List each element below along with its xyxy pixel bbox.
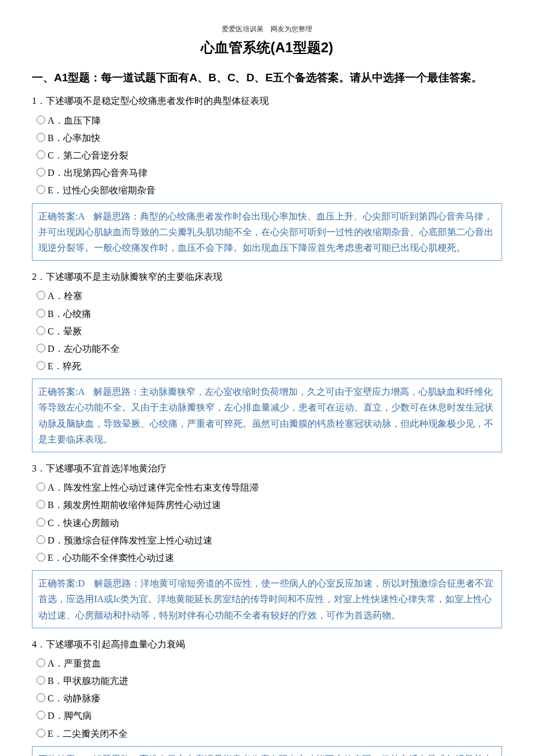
option-label: B．心率加快: [48, 130, 100, 146]
option-label: E．过性心尖部收缩期杂音: [48, 182, 156, 198]
radio-icon: [37, 693, 45, 702]
question-stem: 1．下述哪项不是稳定型心绞痛患者发作时的典型体征表现: [32, 93, 502, 109]
option-c[interactable]: C．快速心房颤动: [37, 515, 502, 531]
option-a[interactable]: A．严重贫血: [37, 656, 502, 671]
radio-icon: [37, 535, 45, 544]
answer-explanation: 正确答案:D 解题思路：洋地黄可缩短旁道的不应性，使一些病人的心室反应加速，所以…: [32, 570, 502, 628]
radio-icon: [37, 344, 45, 352]
option-d[interactable]: D．脚气病: [37, 708, 502, 723]
option-d[interactable]: D．出现第四心音奔马律: [37, 165, 502, 181]
option-b[interactable]: B．甲状腺功能亢进: [37, 673, 502, 689]
option-e[interactable]: E．心功能不全伴窦性心动过速: [37, 550, 502, 566]
option-label: E．二尖瓣关闭不全: [48, 726, 128, 741]
radio-icon: [37, 291, 45, 300]
option-label: B．甲状腺功能亢进: [48, 673, 128, 689]
radio-icon: [37, 309, 45, 318]
answer-explanation: 正确答案:E 解题思路：高排血量心力衰竭是指患者临床出现有心功能不全的表现，但其…: [32, 746, 502, 756]
option-a[interactable]: A．阵发性室上性心动过速伴完全性右束支传导阻滞: [37, 480, 502, 495]
option-label: C．快速心房颤动: [48, 515, 119, 531]
option-d[interactable]: D．预激综合征伴阵发性室上性心动过速: [37, 532, 502, 548]
radio-icon: [37, 150, 45, 159]
radio-icon: [37, 658, 45, 667]
option-c[interactable]: C．第二心音逆分裂: [37, 147, 502, 163]
radio-icon: [37, 116, 45, 124]
option-label: A．阵发性室上性心动过速伴完全性右束支传导阻滞: [48, 480, 259, 495]
option-label: D．左心功能不全: [48, 341, 120, 357]
question-stem: 3．下述哪项不宜首选洋地黄治疗: [32, 460, 502, 476]
option-label: B．频发房性期前收缩伴短阵房性心动过速: [48, 497, 221, 513]
option-label: E．猝死: [48, 358, 81, 374]
option-a[interactable]: A．血压下降: [37, 113, 502, 128]
option-label: C．晕厥: [48, 323, 82, 339]
radio-icon: [37, 133, 45, 142]
radio-icon: [37, 711, 45, 719]
answer-explanation: 正确答案:A 解题思路：典型的心绞痛患者发作时会出现心率加快、血压上升、心尖部可…: [32, 203, 502, 261]
option-label: D．脚气病: [48, 708, 92, 723]
radio-icon: [37, 729, 45, 737]
option-label: D．出现第四心音奔马律: [48, 165, 147, 181]
option-e[interactable]: E．猝死: [37, 358, 502, 374]
option-c[interactable]: C．动静脉瘘: [37, 690, 502, 706]
option-label: C．第二心音逆分裂: [48, 147, 128, 163]
option-e[interactable]: E．过性心尖部收缩期杂音: [37, 182, 502, 198]
header-top-note: 爱爱医培训果 网友为您整理: [32, 23, 502, 35]
radio-icon: [37, 500, 45, 509]
radio-icon: [37, 326, 45, 335]
radio-icon: [37, 168, 45, 177]
option-label: A．血压下降: [48, 113, 101, 128]
option-label: E．心功能不全伴窦性心动过速: [48, 550, 174, 566]
option-label: A．栓塞: [48, 288, 82, 304]
main-title: 心血管系统(A1型题2): [32, 36, 502, 60]
option-d[interactable]: D．左心功能不全: [37, 341, 502, 357]
radio-icon: [37, 483, 45, 491]
radio-icon: [37, 553, 45, 561]
question-stem: 2．下述哪项不是主动脉瓣狭窄的主要临床表现: [32, 269, 502, 285]
option-label: A．严重贫血: [48, 656, 101, 671]
option-label: B．心绞痛: [48, 306, 91, 322]
section-title: 一、A1型题：每一道试题下面有A、B、C、D、E五个备选答案。请从中选择一个最佳…: [32, 69, 502, 87]
option-a[interactable]: A．栓塞: [37, 288, 502, 304]
option-c[interactable]: C．晕厥: [37, 323, 502, 339]
radio-icon: [37, 361, 45, 370]
radio-icon: [37, 518, 45, 527]
question-stem: 4．下述哪项不引起高排血量心力衰竭: [32, 636, 502, 652]
option-b[interactable]: B．频发房性期前收缩伴短阵房性心动过速: [37, 497, 502, 513]
radio-icon: [37, 676, 45, 685]
radio-icon: [37, 185, 45, 194]
option-b[interactable]: B．心绞痛: [37, 306, 502, 322]
answer-explanation: 正确答案:A 解题思路：主动脉瓣狭窄，左心室收缩时负荷增加，久之可由于室壁应力增…: [32, 379, 502, 452]
option-e[interactable]: E．二尖瓣关闭不全: [37, 726, 502, 741]
option-b[interactable]: B．心率加快: [37, 130, 502, 146]
option-label: C．动静脉瘘: [48, 690, 100, 706]
option-label: D．预激综合征伴阵发性室上性心动过速: [48, 532, 212, 548]
